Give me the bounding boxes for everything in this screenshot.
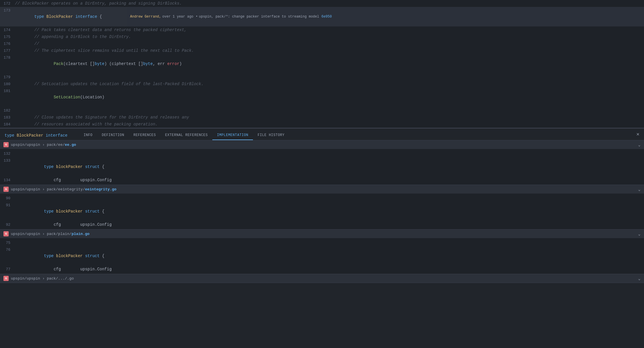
line-content-174: // Pack takes cleartext data and returns… (15, 27, 644, 33)
panel-header: type BlockPacker interface INFO DEFINITI… (0, 129, 644, 140)
line-content-ei-92: cfg upspin.Config (15, 221, 644, 228)
keyword-type: type (34, 14, 46, 19)
file-name-eeintegrity: eeintegrity.go (85, 187, 116, 192)
panel-title: type BlockPacker interface (5, 131, 72, 140)
code-line-ei-91: 91 type blockPacker struct { (0, 202, 644, 221)
code-line-178: 178 Pack(cleartext []byte) (ciphertext [… (0, 54, 644, 74)
line-number-ei-92: 92 (0, 223, 15, 227)
path-prefix-plain: upspin/upspin › pack/plain/ (11, 232, 72, 236)
blame-dot: • (196, 15, 198, 19)
blame-info: Andrew Gerrand, over 1 year ago • upspin… (127, 7, 644, 26)
code-line-183: 183 // Close updates the Signature for t… (0, 114, 644, 121)
line-number-pl-75: 75 (0, 241, 15, 245)
panel-title-type: type (5, 133, 14, 138)
tab-implementation[interactable]: IMPLEMENTATION (212, 131, 253, 140)
tab-external-references[interactable]: EXTERNAL REFERENCES (161, 131, 212, 140)
line-content-ei-91: type blockPacker struct { (15, 202, 644, 221)
file-path-eeintegrity: upspin/upspin › pack/eeintegrity/eeinteg… (11, 187, 117, 192)
blame-hash: 6e950 (321, 15, 332, 19)
line-content-183: // Close updates the Signature for the D… (15, 114, 644, 121)
line-number-ei-90: 90 (0, 196, 15, 200)
line-content-ee-132 (15, 150, 644, 157)
line-number-176: 176 (0, 42, 15, 46)
code-line-182: 182 (0, 107, 644, 114)
code-line-177: 177 // The ciphertext slice remains vali… (0, 47, 644, 54)
file-code-eeintegrity: 90 91 type blockPacker struct { 92 cfg u… (0, 194, 644, 229)
line-content-pl-77: cfg upspin.Config (15, 266, 644, 272)
path-prefix-eeintegrity: upspin/upspin › pack/eeintegrity/ (11, 187, 85, 192)
path-prefix-extra: upspin/upspin › pack/.../.go (11, 276, 74, 281)
code-line-180: 180 // SetLocation updates the Location … (0, 81, 644, 87)
func-name-pack: Pack (54, 62, 63, 66)
keyword-interface: interface (75, 14, 97, 19)
file-path-ee: upspin/upspin › pack/ee/ee.go (11, 143, 76, 147)
file-icon-plain: G (3, 231, 9, 236)
line-number-182: 182 (0, 108, 15, 113)
code-line-pl-77: 77 cfg upspin.Config (0, 266, 644, 273)
line-content-pl-76: type blockPacker struct { (15, 246, 644, 265)
code-section: 172 // BlockPacker operates on a DirEntr… (0, 0, 644, 128)
line-content-pl-75 (15, 240, 644, 246)
chevron-down-icon-ee: ⌄ (638, 142, 641, 147)
file-icon-extra: G (3, 276, 9, 281)
file-code-plain: 75 76 type blockPacker struct { 77 cfg u… (0, 238, 644, 274)
panel-title-interface: interface (46, 133, 68, 138)
line-content-181: SetLocation(Location) (15, 88, 644, 107)
panel-close-button[interactable]: × (636, 132, 639, 137)
file-path-plain: upspin/upspin › pack/plain/plain.go (11, 232, 89, 236)
panel-tabs: INFO DEFINITION REFERENCES EXTERNAL REFE… (79, 131, 289, 140)
line-number-183: 183 (0, 115, 15, 120)
implementation-eeintegrity: G upspin/upspin › pack/eeintegrity/eeint… (0, 185, 644, 230)
file-header-plain[interactable]: G upspin/upspin › pack/plain/plain.go ⌄ (0, 230, 644, 238)
file-header-eeintegrity[interactable]: G upspin/upspin › pack/eeintegrity/eeint… (0, 185, 644, 194)
tab-references[interactable]: REFERENCES (129, 131, 161, 140)
chevron-down-icon-extra: ⌄ (638, 276, 641, 281)
implementation-ee: G upspin/upspin › pack/ee/ee.go ⌄ 132 13… (0, 140, 644, 185)
line-number-181: 181 (0, 89, 15, 93)
line-number-ee-134: 134 (0, 178, 15, 182)
file-name-plain: plain.go (72, 232, 89, 236)
file-path-extra: upspin/upspin › pack/.../.go (11, 276, 74, 281)
line-number-ee-133: 133 (0, 158, 15, 163)
code-line-ei-92: 92 cfg upspin.Config (0, 221, 644, 228)
code-line-174: 174 // Pack takes cleartext data and ret… (0, 26, 644, 33)
file-name-ee: ee.go (65, 143, 76, 147)
code-line-173: 173 type BlockPacker interface { Andrew … (0, 7, 644, 26)
line-number-180: 180 (0, 82, 15, 86)
file-header-ee[interactable]: G upspin/upspin › pack/ee/ee.go ⌄ (0, 140, 644, 149)
code-line-ee-134: 134 cfg upspin.Config (0, 177, 644, 183)
code-line-172: 172 // BlockPacker operates on a DirEntr… (0, 0, 644, 7)
file-header-extra[interactable]: G upspin/upspin › pack/.../.go ⌄ (0, 274, 644, 283)
tab-file-history[interactable]: FILE HISTORY (253, 131, 289, 140)
line-number-179: 179 (0, 75, 15, 79)
line-content-176: // (15, 41, 644, 47)
file-icon-ee: G (3, 142, 9, 147)
chevron-down-icon-eeintegrity: ⌄ (638, 187, 641, 192)
tab-definition[interactable]: DEFINITION (97, 131, 129, 140)
code-line-ee-133: 133 type blockPacker struct { (0, 157, 644, 177)
line-content-ee-133: type blockPacker struct { (15, 157, 644, 176)
file-icon-eeintegrity: G (3, 187, 9, 192)
path-prefix-ee: upspin/upspin › pack/ee/ (11, 143, 65, 147)
line-number-pl-76: 76 (0, 248, 15, 252)
line-content-179 (15, 74, 644, 80)
blame-message: upspin, pack/*: change packer interface … (199, 15, 319, 19)
line-number-178: 178 (0, 56, 15, 60)
tab-info[interactable]: INFO (79, 131, 97, 140)
line-number-ee-132: 132 (0, 152, 15, 156)
file-code-ee: 132 133 type blockPacker struct { 134 cf… (0, 149, 644, 185)
chevron-down-icon-plain: ⌄ (638, 232, 641, 236)
code-line-pl-75: 75 (0, 239, 644, 246)
type-name: BlockPacker (46, 14, 75, 19)
line-number-173: 173 (0, 8, 15, 13)
line-content-180: // SetLocation updates the Location fiel… (15, 81, 644, 87)
line-number-184: 184 (0, 122, 15, 127)
blame-author: Andrew Gerrand, (130, 15, 161, 19)
line-number-175: 175 (0, 35, 15, 39)
panel-body: G upspin/upspin › pack/ee/ee.go ⌄ 132 13… (0, 140, 644, 348)
line-number-ei-91: 91 (0, 203, 15, 207)
code-line-pl-76: 76 type blockPacker struct { (0, 246, 644, 266)
code-line-175: 175 // appending a DirBlock to the DirEn… (0, 33, 644, 40)
line-content-ei-90 (15, 195, 644, 201)
line-number-172: 172 (0, 1, 15, 6)
